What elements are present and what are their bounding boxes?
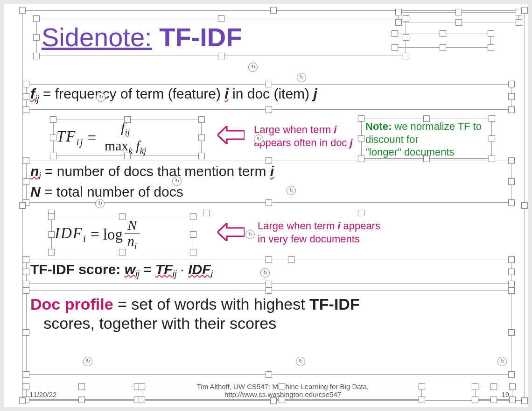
slide-canvas: Sidenote: TF-IDF fij = frequency of term… bbox=[4, 4, 528, 407]
tf-equation-box[interactable]: TFij = fij maxk fkj bbox=[53, 120, 202, 156]
rotate-handle-icon[interactable] bbox=[497, 357, 507, 366]
slide-title: Sidenote: TF-IDF bbox=[37, 19, 406, 52]
rotate-handle-icon[interactable] bbox=[248, 63, 258, 72]
rotate-handle-icon[interactable] bbox=[96, 92, 105, 102]
ni-textbox[interactable]: ni = number of docs that mention term i … bbox=[26, 161, 511, 203]
rotate-handle-icon[interactable] bbox=[83, 357, 92, 366]
idf-note: Large when term i appears in very few do… bbox=[254, 219, 385, 246]
rotate-handle-icon[interactable] bbox=[172, 177, 182, 186]
normalize-note: Note: we normalize TF to discount for "l… bbox=[362, 119, 491, 160]
tf-note: Large when term i appears often in doc j bbox=[250, 122, 360, 150]
tf-note-textbox[interactable]: Large when term i appears often in doc j bbox=[250, 122, 360, 151]
rotate-handle-icon[interactable] bbox=[287, 186, 296, 195]
title-tfidf: TF-IDF bbox=[159, 22, 242, 52]
rotate-handle-icon[interactable] bbox=[297, 73, 306, 82]
arrow-left-icon bbox=[217, 126, 245, 146]
doc-profile: Doc profile = set of words with highest … bbox=[27, 291, 511, 334]
idf-equation: IDFi = log N ni bbox=[52, 217, 193, 252]
rotate-handle-icon[interactable] bbox=[95, 199, 105, 208]
normalize-note-textbox[interactable]: Note: we normalize TF to discount for "l… bbox=[361, 119, 492, 159]
rotate-handle-icon[interactable] bbox=[254, 135, 263, 144]
idf-note-textbox[interactable]: Large when term i appears in very few do… bbox=[254, 219, 385, 248]
rotate-handle-icon[interactable] bbox=[260, 268, 270, 277]
footer-page: 19 bbox=[501, 390, 509, 398]
arrow-left-icon bbox=[217, 223, 245, 243]
title-textbox[interactable]: Sidenote: TF-IDF bbox=[36, 19, 406, 56]
ni-definition: ni = number of docs that mention term i bbox=[27, 161, 511, 183]
rotate-handle-icon[interactable] bbox=[245, 230, 255, 239]
footer-date: 11/20/22 bbox=[29, 390, 56, 398]
rotate-handle-icon[interactable] bbox=[296, 357, 305, 366]
idf-equation-box[interactable]: IDFi = log N ni bbox=[51, 217, 193, 252]
title-sidenote: Sidenote: bbox=[42, 22, 152, 52]
tf-equation: TFij = fij maxk fkj bbox=[54, 120, 201, 156]
doc-profile-textbox[interactable]: Doc profile = set of words with highest … bbox=[26, 291, 511, 375]
